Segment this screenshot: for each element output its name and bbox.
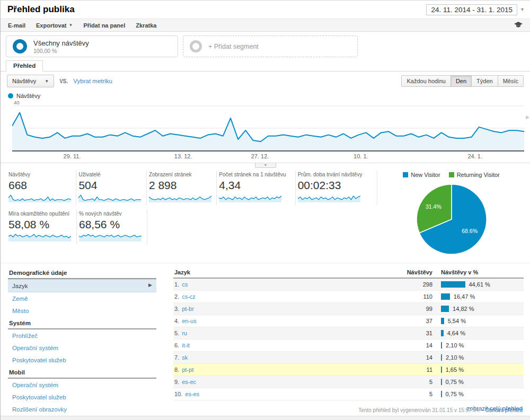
sidebar-item-jazyk[interactable]: Jazyk▶ [8,279,156,292]
generated-text: Tento přehled byl vygenerován 31.01.15 v… [358,407,480,413]
tab-overview[interactable]: Přehled [6,60,43,72]
sidebar-section-mobil: Mobil [8,366,156,379]
language-link[interactable]: es-es [185,391,199,397]
sidebar-item-prohlizec[interactable]: Prohlížeč [8,329,156,342]
percent-bar [441,354,442,361]
language-link[interactable]: it-it [182,342,190,348]
sidebar-item-operacni-system[interactable]: Operační systém [8,342,156,354]
percent-bar [441,379,442,385]
metric-card-row: Míra okamžitého opuštění58,08 %% nových … [8,210,379,244]
granularity-button-mesic[interactable]: Měsíc [498,75,524,87]
percent-value: 2,10 % [446,342,464,348]
table-row: 5.ru314,64 % [173,327,524,339]
chevron-down-icon[interactable]: ▼ [520,7,525,12]
sidebar-item-label: Rozlišení obrazovky [12,406,67,413]
segment-all-visits[interactable]: Všechny návštěvy 100,00 % [6,35,178,57]
percent-cell: 1,65 % [432,367,524,373]
visitor-type-pie: New VisitorReturning Visitor 68.6%31.4% [379,171,524,261]
toolbar-item-e-mail[interactable]: E-mail [8,22,25,29]
granularity-button-den[interactable]: Den [451,75,472,87]
date-range-selector[interactable]: 24. 11. 2014 - 31. 1. 2015 ▼ [426,4,525,15]
percent-cell: 44,61 % [432,281,524,288]
row-rank: 6. [174,342,179,348]
toolbar-item-pridat-na-panel[interactable]: Přidat na panel [83,22,125,29]
refresh-report-link[interactable]: Obnovit přehled [485,407,523,413]
add-segment-button[interactable]: + Přidat segment [183,35,358,57]
metric-sparkline [8,192,71,203]
scroll-right-arrow-icon[interactable]: ▶ [526,114,529,120]
percent-bar [441,342,442,348]
granularity-button-group: Každou hodinuDenTýdenMěsíc [401,75,524,87]
sidebar-item-operacni-system[interactable]: Operační systém [8,379,156,391]
metric-card-mira-okamziteho-opusteni: Míra okamžitého opuštění58,08 % [8,210,77,244]
metric-select-dropdown[interactable]: Návštěvy ▼ [7,75,54,87]
row-rank: 9. [174,379,179,385]
x-axis-label: 24. 1. [467,153,482,159]
metric-sparkline [78,192,141,203]
toolbar-item-zkratka[interactable]: Zkratka [136,22,156,29]
language-cell: 4.en-us [173,318,390,324]
visits-value: 110 [390,293,432,300]
series-dot-icon [8,93,13,99]
segment-bar: Všechny návštěvy 100,00 % + Přidat segme… [1,32,530,60]
sidebar-section-system: Systém [8,317,156,329]
language-link[interactable]: pt-br [182,306,194,312]
metric-label: Návštěvy [8,172,73,177]
language-link[interactable]: es-ec [182,379,196,385]
chevron-down-icon: ▼ [45,79,49,84]
percent-value: 4,64 % [447,330,465,336]
metric-card-%-novych-navstev: % nových návštěv68,56 % [78,210,147,244]
add-segment-label: + Přidat segment [208,43,259,50]
table-row: 2.cs-cz11016,47 % [173,291,524,303]
percent-cell: 5,54 % [432,318,524,324]
metric-label: Počet stránek na 1 návštěvu [219,172,292,177]
timeline-legend: Návštěvy [1,91,530,101]
metric-card-uzivatele: Uživatelé504 [78,171,146,205]
language-link[interactable]: cs [182,281,188,288]
table-row: 8.pt-pt111,65 % [173,364,524,376]
sidebar-item-poskytovatel-sluzeb[interactable]: Poskytovatel služeb [8,354,156,366]
language-link[interactable]: en-us [182,318,197,324]
column-header-language[interactable]: Jazyk [173,269,390,275]
table-header: Jazyk Návštěvy Návštěvy v % [173,266,524,279]
metric-label: Míra okamžitého opuštění [8,211,73,217]
column-header-visits[interactable]: Návštěvy [390,269,432,275]
legend-swatch-icon [449,172,454,177]
sidebar-item-label: Město [12,308,29,314]
pie-legend-item-new-visitor: New Visitor [403,172,440,178]
language-link[interactable]: pt-pt [182,367,193,373]
percent-bar [441,391,442,397]
table-row: 4.en-us375,54 % [173,315,524,327]
sidebar-item-poskytovatel-sluzeb[interactable]: Poskytovatel služeb [8,391,156,403]
percent-bar [441,281,465,288]
granularity-button-kazdou-hodinu[interactable]: Každou hodinu [401,75,450,87]
collapse-chart-handle[interactable]: ▼ [255,163,276,168]
sidebar-item-rozliseni-obrazovky[interactable]: Rozlišení obrazovky [8,403,156,415]
language-link[interactable]: cs-cz [182,293,196,300]
pie-chart-svg: 68.6%31.4% [407,179,497,258]
segment-donut-icon [13,39,27,53]
language-link[interactable]: ru [182,330,187,336]
select-metric-link[interactable]: Vybrat metriku [73,78,112,84]
sidebar-item-zeme[interactable]: Země [8,292,156,305]
sidebar-item-label: Operační systém [12,345,58,351]
sidebar-item-label: Poskytovatel služeb [12,357,66,363]
metric-value: 68,56 % [79,218,144,231]
metric-value: 2 898 [149,179,213,192]
arrow-right-icon: ▶ [148,282,152,288]
graduation-cap-icon[interactable] [514,22,523,29]
sidebar-item-mesto[interactable]: Město [8,305,156,317]
percent-bar [441,367,442,373]
overview-metrics-section: Návštěvy668Uživatelé504Zobrazení stránek… [1,167,530,261]
percent-cell: 4,64 % [432,330,524,336]
toolbar-item-exportovat[interactable]: Exportovat▼ [36,22,73,29]
toolbar-item-label: E-mail [8,22,25,29]
column-header-percent[interactable]: Návštěvy v % [432,269,524,275]
date-range-value[interactable]: 24. 11. 2014 - 31. 1. 2015 [426,4,517,15]
granularity-button-tyden[interactable]: Týden [472,75,498,87]
pie-legend-item-returning-visitor: Returning Visitor [449,172,500,178]
svg-text:68.6%: 68.6% [462,228,478,234]
language-link[interactable]: sk [182,354,188,361]
tab-bar: Přehled [1,60,530,72]
toolbar-item-label: Zkratka [136,22,156,29]
